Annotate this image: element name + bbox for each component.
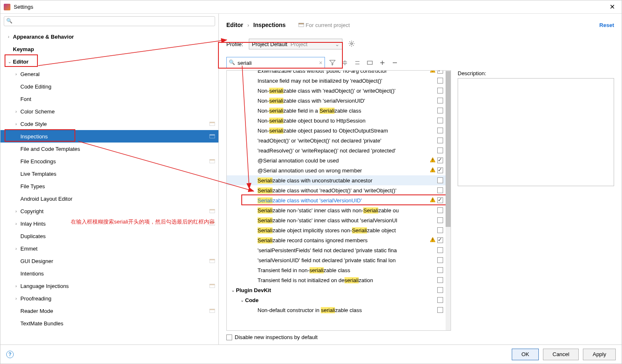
inspection-row[interactable]: Non-serializable class with 'serialVersi… [227,96,446,106]
collapse-all-icon[interactable] [352,58,362,68]
close-icon[interactable]: ✕ [606,1,618,12]
reset-link[interactable]: Reset [600,22,614,28]
sidebar-item-duplicates[interactable]: Duplicates [0,230,218,242]
inspection-checkbox[interactable] [437,98,443,103]
inspection-checkbox[interactable] [437,297,443,303]
toggle-icon[interactable] [365,58,375,68]
sidebar-item-keymap[interactable]: Keymap [0,43,218,55]
sidebar-item-inlay-hints[interactable]: ›Inlay Hints [0,217,218,230]
inspection-row[interactable]: 'readObject()' or 'writeObject()' not de… [227,135,446,145]
inspection-label: Plugin DevKit [236,287,437,293]
inspection-row[interactable]: Serializable class without 'readObject()… [227,185,446,195]
inspection-checkbox[interactable] [437,167,443,173]
inspection-checkbox[interactable] [437,247,443,253]
sidebar-item-inspections[interactable]: Inspections [0,130,218,143]
inspection-row[interactable]: Serializable class with unconstructable … [227,175,446,185]
inspection-checkbox[interactable] [437,287,443,293]
sidebar-item-code-editing[interactable]: Code Editing [0,80,218,93]
inspection-list[interactable]: Externalizable class without 'public' no… [227,71,446,330]
ok-button[interactable]: OK [512,349,539,360]
gear-icon[interactable] [348,40,355,48]
scrollbar[interactable] [446,71,451,330]
inspection-checkbox[interactable] [437,118,443,123]
inspection-checkbox[interactable] [437,237,443,243]
inspection-checkbox[interactable] [437,78,443,84]
sidebar-item-gui-designer[interactable]: GUI Designer [0,255,218,267]
sidebar-item-editor[interactable]: ⌄Editor [0,55,218,68]
help-icon[interactable]: ? [6,351,14,358]
sidebar-item-language-injections[interactable]: ›Language Injections [0,280,218,292]
sidebar-item-font[interactable]: Font [0,93,218,105]
inspection-checkbox[interactable] [437,148,443,153]
inspection-checkbox[interactable] [437,207,443,213]
sidebar-item-color-scheme[interactable]: ›Color Scheme [0,105,218,118]
filter-icon[interactable] [327,58,337,68]
inspection-row[interactable]: ⌄Code [227,295,446,305]
settings-tree[interactable]: ›Appearance & BehaviorKeymap⌄Editor›Gene… [0,29,218,344]
inspection-row[interactable]: Serializable class without 'serialVersio… [227,195,446,205]
sidebar-item-emmet[interactable]: ›Emmet [0,242,218,255]
add-icon[interactable] [377,58,387,68]
expand-all-icon[interactable] [340,58,350,68]
inspection-search-input[interactable] [226,57,325,69]
inspection-checkbox[interactable] [437,217,443,223]
inspection-row[interactable]: Non-serializable class with 'readObject(… [227,86,446,96]
inspection-row[interactable]: Non-serializable field in a Serializable… [227,106,446,116]
sidebar-item-reader-mode[interactable]: Reader Mode [0,305,218,317]
inspection-row[interactable]: Non-default constructor in serializable … [227,305,446,315]
inspection-row[interactable]: Serializable non-'static' inner class wi… [227,215,446,225]
inspection-row[interactable]: ⌄Plugin DevKit [227,285,446,295]
inspection-row[interactable]: Transient field in non-serializable clas… [227,265,446,275]
disable-new-inspections-checkbox[interactable] [226,334,232,340]
chevron-icon: › [15,284,20,288]
breadcrumb-root[interactable]: Editor [226,22,243,28]
sidebar-search-input[interactable] [4,16,215,26]
description-box [458,78,614,186]
remove-icon[interactable] [390,58,400,68]
inspection-checkbox[interactable] [437,197,443,203]
sidebar-item-code-style[interactable]: ›Code Style [0,118,218,130]
inspection-checkbox[interactable] [437,177,443,183]
inspection-checkbox[interactable] [437,71,443,74]
inspection-checkbox[interactable] [437,267,443,273]
sidebar-item-android-layout-editor[interactable]: Android Layout Editor [0,192,218,205]
inspection-row[interactable]: 'readResolve()' or 'writeReplace()' not … [227,145,446,155]
sidebar-item-intentions[interactable]: Intentions [0,267,218,280]
inspection-row[interactable]: Serializable non-'static' inner class wi… [227,205,446,215]
profile-dropdown[interactable]: Project Default Project ⌄ [249,39,342,49]
inspection-checkbox[interactable] [437,277,443,283]
inspection-row[interactable]: Serializable record contains ignored mem… [227,235,446,245]
inspection-checkbox[interactable] [437,257,443,263]
inspection-row[interactable]: 'serialVersionUID' field not declared 'p… [227,255,446,265]
inspection-row[interactable]: Serializable object implicitly stores no… [227,225,446,235]
sidebar-item-file-types[interactable]: File Types [0,180,218,192]
inspection-checkbox[interactable] [437,108,443,113]
sidebar-item-file-and-code-templates[interactable]: File and Code Templates [0,143,218,155]
inspection-checkbox[interactable] [437,88,443,93]
inspection-row[interactable]: Transient field is not initialized on de… [227,275,446,285]
inspection-checkbox[interactable] [437,187,443,193]
inspection-checkbox[interactable] [437,307,443,313]
sidebar-item-textmate-bundles[interactable]: TextMate Bundles [0,317,218,330]
cancel-button[interactable]: Cancel [543,349,579,360]
apply-button[interactable]: Apply [583,349,616,360]
sidebar-item-appearance-behavior[interactable]: ›Appearance & Behavior [0,30,218,43]
inspection-row[interactable]: Non-serializable object passed to Object… [227,125,446,135]
clear-icon[interactable]: × [319,59,322,66]
inspection-row[interactable]: Instance field may not be initialized by… [227,76,446,86]
inspection-checkbox[interactable] [437,128,443,133]
inspection-row[interactable]: Non-serializable object bound to HttpSes… [227,116,446,125]
sidebar-item-general[interactable]: ›General [0,68,218,80]
inspection-label: Serializable non-'static' inner class wi… [258,207,437,214]
inspection-checkbox[interactable] [437,227,443,233]
inspection-checkbox[interactable] [437,157,443,163]
inspection-row[interactable]: @Serial annotation could be used [227,155,446,165]
inspection-checkbox[interactable] [437,138,443,143]
inspection-row[interactable]: 'serialPersistentFields' field not decla… [227,245,446,255]
inspection-row[interactable]: Externalizable class without 'public' no… [227,71,446,76]
sidebar-item-proofreading[interactable]: ›Proofreading [0,292,218,305]
sidebar-item-file-encodings[interactable]: File Encodings [0,155,218,167]
sidebar-item-copyright[interactable]: ›Copyright [0,205,218,217]
sidebar-item-live-templates[interactable]: Live Templates [0,167,218,180]
inspection-row[interactable]: @Serial annotation used on wrong member [227,165,446,175]
